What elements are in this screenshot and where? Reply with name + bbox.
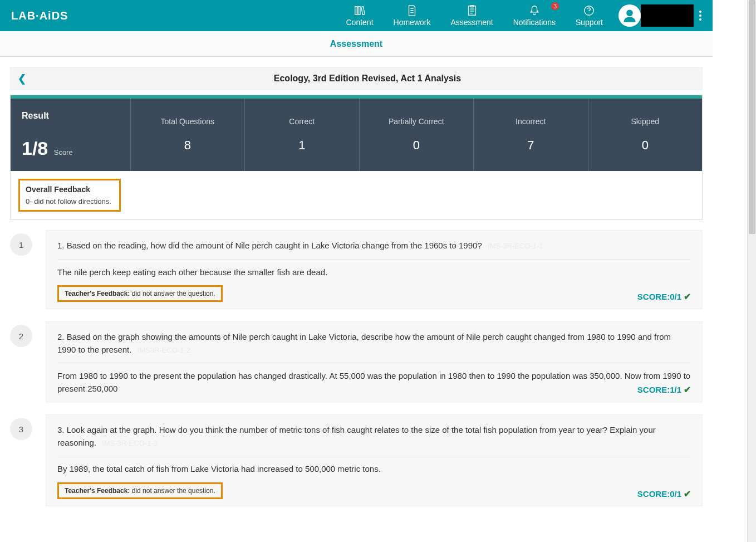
questions-list: 1 1. Based on the reading, how did the a… <box>10 230 703 506</box>
check-icon: ✔ <box>684 384 691 395</box>
question-row: 1 1. Based on the reading, how did the a… <box>10 230 703 309</box>
question-number: 3 <box>10 418 32 440</box>
col-value: 0 <box>642 138 649 153</box>
nav-assessment[interactable]: Assessment <box>440 0 503 31</box>
logo: LAB·AiDS <box>11 9 68 22</box>
feedback-label: Teacher's Feedback: <box>65 487 130 495</box>
subheader-title: Assessment <box>330 39 382 49</box>
avatar-icon <box>618 4 641 27</box>
nav-label: Homework <box>394 18 431 27</box>
question-score: SCORE: 1/1 ✔ <box>637 384 691 395</box>
score-suffix: Score <box>54 148 73 157</box>
question-code: IMS-3R-ECO-1-1 <box>488 242 543 250</box>
feedback-text: did not answer the question. <box>132 290 215 297</box>
nav-label: Assessment <box>450 18 493 27</box>
scrollbar[interactable]: ▴ <box>747 0 756 519</box>
student-answer: By 1989, the total catch of fish from La… <box>57 463 691 476</box>
nav-label: Content <box>346 18 373 27</box>
nav-label: Notifications <box>513 18 556 27</box>
col-label: Total Questions <box>161 117 215 126</box>
col-value: 7 <box>527 138 534 153</box>
teacher-feedback-box: Teacher's Feedback: did not answer the q… <box>57 482 223 499</box>
col-value: 1 <box>298 138 305 153</box>
title-row: ❮ Ecology, 3rd Edition Revised, Act 1 An… <box>10 67 703 90</box>
assessment-title: Ecology, 3rd Edition Revised, Act 1 Anal… <box>33 74 702 84</box>
svg-point-2 <box>626 10 633 17</box>
notification-badge: 3 <box>551 2 559 10</box>
col-value: 0 <box>413 138 420 153</box>
back-button[interactable]: ❮ <box>11 72 33 85</box>
overall-feedback-box: Overall Feedback 0- did not follow direc… <box>18 179 121 212</box>
nav-notifications[interactable]: 3 Notifications <box>503 0 566 31</box>
document-icon <box>406 4 418 17</box>
feedback-label: Teacher's Feedback: <box>65 290 130 297</box>
subheader: Assessment <box>0 31 713 57</box>
overall-feedback-text: 0- did not follow directions. <box>26 197 111 206</box>
score-value: 1/8 <box>22 138 48 159</box>
check-icon: ✔ <box>684 489 691 499</box>
kebab-menu[interactable] <box>699 11 701 21</box>
check-icon: ✔ <box>684 291 691 302</box>
question-number: 1 <box>10 233 32 256</box>
question-row: 2 2. Based on the graph showing the amou… <box>10 321 703 402</box>
question-number: 2 <box>10 325 32 347</box>
scrollbar-thumb[interactable] <box>749 0 755 234</box>
question-row: 3 3. Look again at the graph. How do you… <box>10 414 703 506</box>
col-value: 8 <box>184 138 191 153</box>
nav-support[interactable]: Support <box>566 0 613 31</box>
question-code: IMS-3R-ECO-1-3 <box>102 439 158 447</box>
question-code: IMS3R-ECO-1-2 <box>138 346 190 354</box>
teacher-feedback-box: Teacher's Feedback: did not answer the q… <box>57 285 223 302</box>
feedback-text: did not answer the question. <box>132 487 215 495</box>
col-label: Incorrect <box>516 117 546 126</box>
username-redacted <box>641 4 694 27</box>
result-label: Result <box>22 111 49 121</box>
question-score: SCORE: 0/1 ✔ <box>637 489 691 499</box>
bell-icon <box>528 4 541 17</box>
overall-feedback-title: Overall Feedback <box>26 185 111 194</box>
question-score: SCORE: 0/1 ✔ <box>637 291 691 302</box>
student-answer: The nile perch keep eating each other be… <box>57 266 691 279</box>
results-panel: Result 1/8 Score Total Questions 8 Corre… <box>10 95 703 220</box>
nav-content[interactable]: Content <box>336 0 383 31</box>
books-icon <box>354 4 366 17</box>
help-icon <box>583 4 595 17</box>
nav-homework[interactable]: Homework <box>384 0 441 31</box>
col-label: Correct <box>289 117 315 126</box>
user-block[interactable] <box>618 4 694 27</box>
topbar: LAB·AiDS Content Homework Assessment 3 <box>0 0 713 31</box>
question-prompt: 1. Based on the reading, how did the amo… <box>57 241 482 250</box>
nav-label: Support <box>576 18 603 27</box>
student-answer: From 1980 to 1990 to the present the pop… <box>57 370 691 395</box>
col-label: Skipped <box>631 117 659 126</box>
clipboard-icon <box>466 4 478 17</box>
col-label: Partially Correct <box>389 117 444 126</box>
